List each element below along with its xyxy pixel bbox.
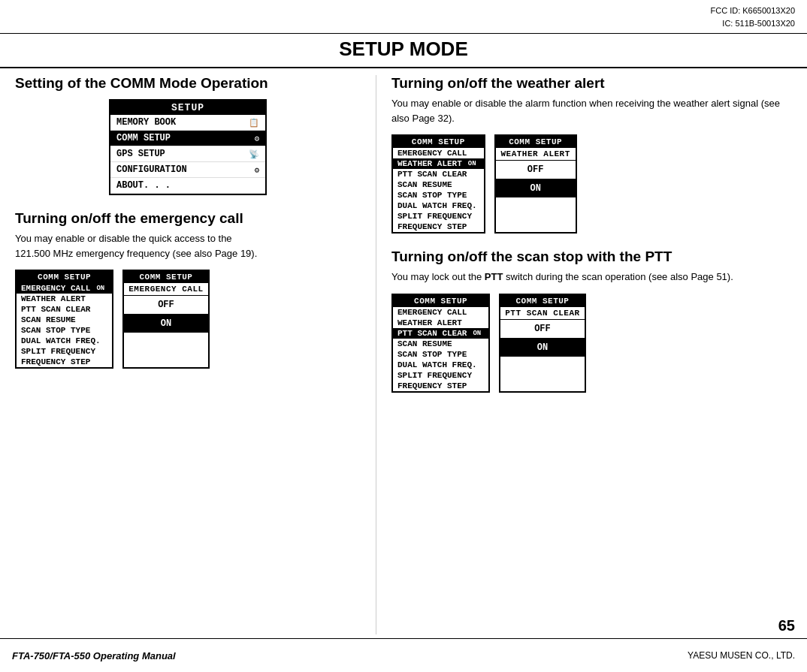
weather-alert-right-panel: COMM SETUP WEATHER ALERT OFF ON	[494, 134, 577, 234]
right-column: Turning on/off the weather alert You may…	[376, 75, 807, 634]
emergency-call-right-header: COMM SETUP	[124, 271, 207, 283]
section1-heading: Setting of the COMM Mode Operation	[15, 75, 361, 92]
emergency-call-off-option[interactable]: OFF	[124, 296, 207, 314]
emergency-call-on-option[interactable]: ON	[124, 314, 207, 333]
weather-alert-off-option[interactable]: OFF	[496, 161, 576, 179]
wa-item-freq-step: FREQUENCY STEP	[393, 221, 484, 232]
ptt-item-emergency: EMERGENCY CALL	[393, 307, 488, 318]
memory-book-icon: 📋	[249, 118, 259, 128]
ptt-item-freq-step: FREQUENCY STEP	[393, 381, 488, 391]
setup-menu-title: SETUP	[110, 101, 265, 115]
top-divider	[0, 33, 807, 34]
ptt-scan-right-header: COMM SETUP	[500, 295, 584, 307]
wa-item-dual-watch: DUAL WATCH FREQ.	[393, 200, 484, 211]
weather-alert-body: You may enable or disable the alarm func…	[391, 96, 792, 125]
emergency-call-panels: COMM SETUP EMERGENCY CALL ON WEATHER ALE…	[15, 270, 361, 369]
weather-alert-sub-header: WEATHER ALERT	[496, 148, 576, 161]
ptt-item-scan-stop: SCAN STOP TYPE	[393, 349, 488, 360]
panel-item-scan-resume: SCAN RESUME	[17, 315, 112, 325]
wa-item-scan-resume: SCAN RESUME	[393, 179, 484, 190]
ic-id: IC: 511B-50013X20	[710, 17, 795, 30]
manual-title: FTA-750/FTA-550 Operating Manual	[12, 650, 176, 661]
panel-item-ptt-scan: PTT SCAN CLEAR	[17, 304, 112, 315]
main-content: Setting of the COMM Mode Operation SETUP…	[0, 75, 807, 634]
menu-item-memory-book[interactable]: MEMORY BOOK 📋	[110, 115, 265, 131]
page-title: SETUP MODE	[0, 38, 807, 68]
section-comm-mode: Setting of the COMM Mode Operation SETUP…	[15, 75, 361, 195]
panel-item-split-freq: SPLIT FREQUENCY	[17, 346, 112, 357]
left-column: Setting of the COMM Mode Operation SETUP…	[0, 75, 376, 634]
fcc-id: FCC ID: K6650013X20	[710, 5, 795, 17]
ptt-scan-sub-header: PTT SCAN CLEAR	[500, 307, 584, 320]
ptt-scan-on-option[interactable]: ON	[500, 338, 584, 357]
header-info: FCC ID: K6650013X20 IC: 511B-50013X20	[710, 5, 795, 29]
weather-alert-panels: COMM SETUP EMERGENCY CALL WEATHER ALERT …	[391, 134, 792, 234]
page-number: 65	[778, 617, 795, 634]
ptt-item-ptt-scan: PTT SCAN CLEAR ON	[393, 328, 488, 339]
emergency-call-left-panel: COMM SETUP EMERGENCY CALL ON WEATHER ALE…	[15, 270, 113, 369]
menu-item-about[interactable]: ABOUT. . .	[110, 178, 265, 194]
section2-body: You may enable or disable the quick acce…	[15, 231, 361, 261]
weather-alert-left-panel: COMM SETUP EMERGENCY CALL WEATHER ALERT …	[391, 134, 485, 234]
emergency-call-sub-header: EMERGENCY CALL	[124, 283, 207, 296]
ptt-scan-left-panel: COMM SETUP EMERGENCY CALL WEATHER ALERT …	[391, 294, 490, 393]
ptt-scan-panels: COMM SETUP EMERGENCY CALL WEATHER ALERT …	[391, 294, 792, 393]
ptt-scan-heading: Turning on/off the scan stop with the PT…	[391, 249, 792, 265]
section-ptt-scan: Turning on/off the scan stop with the PT…	[391, 249, 792, 393]
wa-item-split-freq: SPLIT FREQUENCY	[393, 211, 484, 221]
weather-alert-left-header: COMM SETUP	[393, 136, 484, 148]
config-icon: ⚙	[254, 165, 259, 175]
wa-item-ptt: PTT SCAN CLEAR	[393, 169, 484, 179]
weather-alert-on-option[interactable]: ON	[496, 179, 576, 197]
section-emergency-call: Turning on/off the emergency call You ma…	[15, 210, 361, 369]
ptt-item-scan-resume: SCAN RESUME	[393, 339, 488, 349]
panel-item-emergency-call: EMERGENCY CALL ON	[17, 283, 112, 294]
gps-icon: 📡	[249, 149, 259, 159]
wa-item-scan-stop: SCAN STOP TYPE	[393, 190, 484, 200]
setup-menu: SETUP MEMORY BOOK 📋 COMM SETUP ⚙ GPS SET…	[109, 99, 267, 195]
ptt-item-split-freq: SPLIT FREQUENCY	[393, 370, 488, 381]
ptt-item-weather: WEATHER ALERT	[393, 318, 488, 328]
ptt-scan-off-option[interactable]: OFF	[500, 320, 584, 338]
menu-item-configuration[interactable]: CONFIGURATION ⚙	[110, 162, 265, 178]
panel-item-weather-alert: WEATHER ALERT	[17, 294, 112, 304]
section2-heading: Turning on/off the emergency call	[15, 210, 361, 227]
menu-item-gps-setup[interactable]: GPS SETUP 📡	[110, 146, 265, 162]
menu-item-comm-setup[interactable]: COMM SETUP ⚙	[110, 131, 265, 146]
panel-item-freq-step: FREQUENCY STEP	[17, 357, 112, 367]
footer: FTA-750/FTA-550 Operating Manual YAESU M…	[0, 639, 807, 672]
panel-item-scan-stop: SCAN STOP TYPE	[17, 325, 112, 336]
company-name: YAESU MUSEN CO., LTD.	[688, 650, 795, 661]
wa-item-emergency: EMERGENCY CALL	[393, 148, 484, 158]
ptt-scan-body: You may lock out the PTT switch during t…	[391, 270, 792, 285]
section-weather-alert: Turning on/off the weather alert You may…	[391, 75, 792, 234]
ptt-scan-left-header: COMM SETUP	[393, 295, 488, 307]
emergency-call-right-panel: COMM SETUP EMERGENCY CALL OFF ON	[122, 270, 209, 369]
weather-alert-heading: Turning on/off the weather alert	[391, 75, 792, 92]
wa-item-weather: WEATHER ALERT ON	[393, 158, 484, 169]
ptt-item-dual-watch: DUAL WATCH FREQ.	[393, 360, 488, 370]
panel-item-dual-watch: DUAL WATCH FREQ.	[17, 336, 112, 346]
ptt-scan-right-panel: COMM SETUP PTT SCAN CLEAR OFF ON	[499, 294, 585, 393]
weather-alert-right-header: COMM SETUP	[496, 136, 576, 148]
comm-setup-icon: ⚙	[254, 134, 259, 143]
emergency-call-left-header: COMM SETUP	[17, 271, 112, 283]
